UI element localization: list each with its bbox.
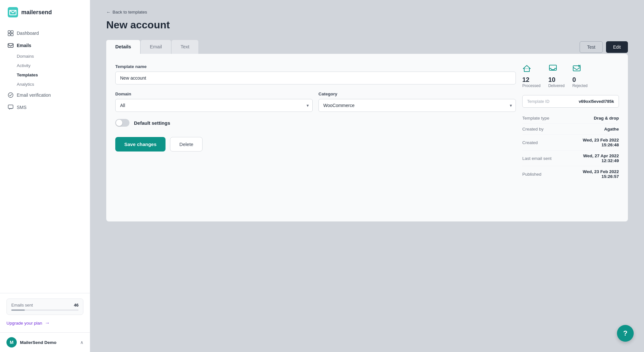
template-type-value: Drag & drop: [566, 113, 619, 124]
tabs-action-row: Details Email Text Test Edit: [106, 40, 628, 54]
published-label: Published: [522, 166, 566, 182]
form-section: Template name Domain All Domain 1 Domain…: [115, 64, 516, 211]
sidebar-item-sms-label: SMS: [17, 105, 26, 110]
rejected-count: 0: [572, 76, 576, 83]
arrow-right-icon: →: [45, 320, 50, 326]
avatar-initials: M: [10, 340, 14, 345]
meta-template-type: Template type Drag & drop: [522, 113, 619, 124]
avatar: M: [6, 337, 17, 347]
tab-text[interactable]: Text: [172, 40, 199, 54]
meta-published: Published Wed, 23 Feb 2022 15:26:57: [522, 166, 619, 182]
meta-table: Template type Drag & drop Created by Aga…: [522, 113, 619, 182]
published-value: Wed, 23 Feb 2022 15:26:57: [566, 166, 619, 182]
help-button[interactable]: ?: [617, 325, 634, 342]
category-select[interactable]: WooCommerce Transactional Marketing: [318, 99, 516, 112]
template-id-value: v69oxl5evedl785k: [579, 99, 614, 104]
processed-count: 12: [522, 76, 529, 83]
emails-sent-count: 46: [74, 303, 79, 308]
upgrade-plan-label: Upgrade your plan: [6, 321, 42, 326]
logo-text: mailersend: [21, 9, 52, 16]
sent-icon: [522, 64, 531, 73]
svg-rect-4: [8, 34, 10, 36]
mailersend-logo-icon: [8, 7, 18, 17]
save-changes-button[interactable]: Save changes: [115, 137, 166, 152]
test-button[interactable]: Test: [580, 41, 603, 53]
sidebar-item-emails-label: Emails: [17, 43, 31, 48]
created-value: Wed, 23 Feb 2022 15:26:48: [566, 135, 619, 151]
stat-rejected: 0 Rejected: [572, 64, 587, 88]
emails-sent-label: Emails sent: [11, 303, 33, 308]
upgrade-plan-button[interactable]: Upgrade your plan →: [6, 319, 83, 327]
default-settings-toggle[interactable]: [115, 119, 129, 127]
sms-icon: [8, 104, 14, 110]
delete-button[interactable]: Delete: [170, 137, 203, 152]
stat-processed: 12 Processed: [522, 64, 541, 88]
svg-rect-6: [8, 44, 13, 47]
page-title: New account: [106, 19, 628, 31]
check-circle-icon: [8, 92, 14, 98]
main-content: ← Back to templates New account Details …: [90, 0, 644, 352]
sidebar: mailersend Dashboard Emails Domains Acti…: [0, 0, 90, 352]
back-link-text: Back to templates: [113, 10, 147, 15]
sidebar-item-emails[interactable]: Emails: [0, 39, 90, 52]
email-icon: [8, 43, 14, 48]
progress-bar-fill: [11, 309, 25, 311]
template-name-input[interactable]: [115, 72, 516, 84]
sidebar-item-dashboard-label: Dashboard: [17, 31, 39, 36]
stats-panel: 12 Processed 10 Delivered: [522, 64, 619, 211]
sidebar-item-email-verification[interactable]: Email verification: [0, 89, 90, 101]
progress-bar: [11, 309, 79, 311]
category-select-wrap: WooCommerce Transactional Marketing ▾: [318, 99, 516, 112]
created-by-value: Agathe: [566, 124, 619, 135]
stats-icons-row: 12 Processed 10 Delivered: [522, 64, 619, 88]
sidebar-sub-nav: Domains Activity Templates Analytics: [0, 52, 90, 89]
tab-details[interactable]: Details: [106, 40, 140, 54]
edit-button[interactable]: Edit: [606, 41, 628, 53]
stat-delivered: 10 Delivered: [548, 64, 565, 88]
sidebar-nav: Dashboard Emails Domains Activity Templa…: [0, 24, 90, 293]
delivered-icon-wrap: [548, 64, 557, 74]
logo: mailersend: [0, 0, 90, 24]
sidebar-item-templates[interactable]: Templates: [0, 70, 90, 80]
sidebar-item-analytics[interactable]: Analytics: [0, 80, 90, 89]
svg-rect-2: [8, 31, 10, 33]
domain-category-row: Domain All Domain 1 Domain 2 ▾ Category: [115, 92, 516, 112]
toggle-knob: [116, 120, 122, 126]
tab-email[interactable]: Email: [141, 40, 171, 54]
dashboard-icon: [8, 30, 14, 36]
template-id-box: Template ID v69oxl5evedl785k: [522, 95, 619, 108]
delivered-count: 10: [548, 76, 555, 83]
domain-select[interactable]: All Domain 1 Domain 2: [115, 99, 313, 112]
created-label: Created: [522, 135, 566, 151]
sidebar-bottom: Emails sent 46 Upgrade your plan →: [0, 293, 90, 332]
default-settings-label: Default settings: [134, 120, 170, 126]
action-buttons: Test Edit: [580, 41, 628, 53]
category-label: Category: [318, 92, 516, 96]
user-row[interactable]: M MailerSend Demo ∧: [0, 332, 90, 352]
svg-rect-8: [8, 105, 13, 109]
sidebar-item-sms[interactable]: SMS: [0, 101, 90, 113]
meta-last-email-sent: Last email sent Wed, 27 Apr 2022 12:32:4…: [522, 151, 619, 166]
domain-select-wrap: All Domain 1 Domain 2 ▾: [115, 99, 313, 112]
last-email-sent-value: Wed, 27 Apr 2022 12:32:49: [566, 151, 619, 166]
chevron-up-icon: ∧: [80, 340, 83, 345]
inbox-icon: [548, 64, 557, 73]
sidebar-item-dashboard[interactable]: Dashboard: [0, 27, 90, 39]
domain-field: Domain All Domain 1 Domain 2 ▾: [115, 92, 313, 112]
user-name: MailerSend Demo: [20, 340, 56, 345]
content-area: Template name Domain All Domain 1 Domain…: [106, 54, 628, 221]
back-to-templates-link[interactable]: ← Back to templates: [106, 10, 628, 15]
emails-sent-box: Emails sent 46: [6, 298, 83, 315]
sidebar-item-activity[interactable]: Activity: [0, 61, 90, 70]
back-arrow-icon: ←: [106, 10, 111, 15]
processed-label: Processed: [522, 83, 541, 88]
meta-created-by: Created by Agathe: [522, 124, 619, 135]
svg-rect-5: [11, 34, 13, 36]
sidebar-item-domains[interactable]: Domains: [0, 52, 90, 61]
help-icon: ?: [623, 329, 627, 337]
rejected-label: Rejected: [572, 83, 587, 88]
svg-rect-3: [11, 31, 13, 33]
last-email-sent-label: Last email sent: [522, 151, 566, 166]
sidebar-item-email-verification-label: Email verification: [17, 93, 51, 98]
tabs: Details Email Text: [106, 40, 199, 54]
